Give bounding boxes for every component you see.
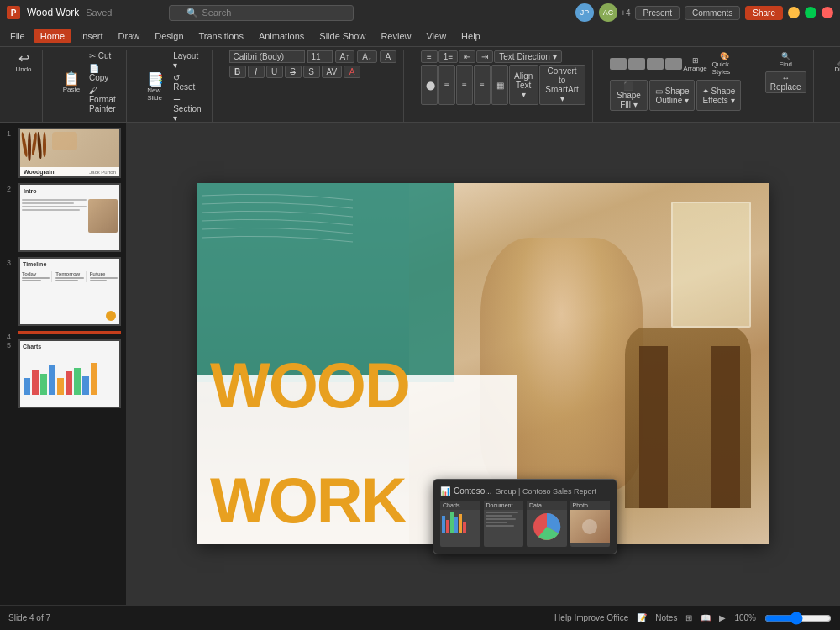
slide-title-work: WORK — [210, 472, 406, 529]
decrease-font-button[interactable]: A↓ — [357, 50, 377, 63]
menu-review[interactable]: Review — [374, 29, 417, 43]
italic-button[interactable]: I — [248, 66, 265, 78]
slide-thumb-4[interactable]: WOOD WORK — [18, 331, 121, 334]
popup-thumb-3[interactable]: Data — [527, 501, 567, 547]
menu-help[interactable]: Help — [454, 29, 487, 43]
doc-line5 — [486, 525, 515, 527]
view-normal-icon[interactable]: ⊞ — [685, 613, 692, 622]
arrange-button[interactable]: ⊞ Arrange — [684, 55, 707, 74]
find-button[interactable]: 🔍 Find — [765, 50, 806, 70]
slide-num-4: 4 — [7, 333, 11, 341]
close-button[interactable] — [822, 7, 833, 18]
dictate-button[interactable]: 🎤 Dictate — [832, 50, 840, 75]
slide-num-1: 1 — [7, 129, 11, 138]
shape-outline-button[interactable]: ▭ Shape Outline ▾ — [649, 80, 695, 111]
slide-thumb-wrapper-4: 4 WOOD WORK — [18, 331, 121, 334]
numbering-button[interactable]: 1≡ — [438, 50, 458, 63]
menu-animations[interactable]: Animations — [252, 29, 311, 43]
spacing-button[interactable]: AV — [322, 66, 343, 78]
shape-effects-button[interactable]: ✦ Shape Effects ▾ — [696, 80, 741, 111]
slide-thumb-1[interactable]: Woodgrain Jack Purton — [18, 128, 121, 178]
align-center-button[interactable]: ≡ — [438, 65, 455, 105]
taskbar-popup[interactable]: 📊 Contoso... Group | Contoso Sales Repor… — [433, 479, 617, 554]
bold-button[interactable]: B — [229, 66, 246, 78]
font-selector[interactable] — [229, 50, 305, 63]
paste-button[interactable]: 📋 Paste — [60, 71, 83, 95]
titlebar: P Wood Work Saved 🔍 Search JP AC +4 Pres… — [0, 0, 840, 25]
menu-file[interactable]: File — [3, 29, 32, 43]
zoom-slider[interactable] — [764, 612, 832, 625]
quick-styles-button[interactable]: 🎨 Quick Styles — [709, 50, 741, 77]
maximize-button[interactable] — [805, 7, 816, 18]
new-slide-button[interactable]: 📑 New Slide — [144, 71, 167, 103]
popup-thumb1-title: Charts — [440, 501, 480, 510]
menu-transitions[interactable]: Transitions — [192, 29, 250, 43]
slide-thumb-5[interactable]: Charts — [18, 339, 121, 408]
smartart-button[interactable]: Convert to SmartArt ▾ — [539, 65, 585, 105]
clipboard-group: 📋 Paste ✂ Cut 📄 Copy 🖌 Format Painter Cl… — [53, 50, 127, 134]
strikethrough-button[interactable]: S — [285, 66, 302, 78]
popup-thumb-2[interactable]: Document — [484, 501, 524, 547]
layout-button[interactable]: Layout ▾ — [170, 50, 204, 71]
notes-icon: 📝 — [637, 613, 647, 622]
dictate-icon: 🎤 — [837, 52, 840, 66]
avatar-2: AC — [599, 3, 617, 22]
popup-thumb-4[interactable]: Photo — [570, 501, 611, 547]
menu-design[interactable]: Design — [148, 29, 190, 43]
notes-label[interactable]: Notes — [655, 613, 677, 622]
minimize-button[interactable] — [788, 7, 800, 18]
justify-button[interactable]: ≡ — [474, 65, 491, 105]
find-label: Find — [779, 60, 792, 68]
reset-button[interactable]: ↺ Reset — [170, 72, 204, 92]
replace-button[interactable]: ↔ Replace — [765, 71, 806, 93]
shape-fill-button[interactable]: ⬛ Shape Fill ▾ — [610, 80, 648, 111]
popup-subtitle: Group | Contoso Sales Report — [496, 487, 596, 496]
zoom-level: 100% — [734, 613, 756, 622]
slide-num-2: 2 — [7, 185, 11, 193]
menu-slideshow[interactable]: Slide Show — [312, 29, 372, 43]
menu-home[interactable]: Home — [34, 29, 71, 43]
menu-insert[interactable]: Insert — [73, 29, 110, 43]
menu-view[interactable]: View — [419, 29, 453, 43]
quick-styles-label: Quick Styles — [712, 60, 738, 76]
slide-panel[interactable]: 1 Woodgrain Jack Purton — [0, 123, 126, 605]
section-button[interactable]: ☰ Section ▾ — [170, 94, 204, 123]
align-right-button[interactable]: ≡ — [456, 65, 473, 105]
slide-thumb-3[interactable]: Timeline Today Tomorrow — [18, 257, 121, 326]
align-left-button[interactable]: ⬤ — [421, 65, 438, 105]
increase-font-button[interactable]: A↑ — [335, 50, 355, 63]
present-button[interactable]: Present — [635, 6, 679, 20]
clear-format-button[interactable]: A — [380, 50, 396, 63]
copy-button[interactable]: 📄 Copy — [86, 63, 119, 83]
slides-buttons: 📑 New Slide Layout ▾ ↺ Reset ☰ Section ▾ — [144, 50, 204, 123]
cut-button[interactable]: ✂ Cut — [86, 50, 119, 61]
main-area: 1 Woodgrain Jack Purton — [0, 123, 840, 605]
statusbar: Slide 4 of 7 Help Improve Office 📝 Notes… — [0, 605, 840, 630]
search-placeholder: Search — [202, 8, 231, 18]
view-reading-icon[interactable]: 📖 — [701, 613, 711, 622]
thumb1-author: Jack Purton — [89, 170, 116, 175]
format-painter-button[interactable]: 🖌 Format Painter — [86, 85, 119, 114]
slide-thumb-2[interactable]: Intro — [18, 183, 121, 252]
search-box[interactable]: 🔍 Search — [169, 5, 354, 21]
bullets-button[interactable]: ≡ — [421, 50, 438, 63]
decrease-indent-button[interactable]: ⇤ — [459, 50, 475, 63]
font-size-selector[interactable] — [307, 50, 333, 63]
underline-button[interactable]: U — [266, 66, 283, 78]
popup-thumb-1[interactable]: Charts — [440, 501, 480, 547]
undo-button[interactable]: ↩ Undo — [12, 50, 35, 75]
align-text-button[interactable]: Align Text ▾ — [509, 65, 538, 105]
share-button[interactable]: Share — [745, 6, 783, 20]
title-controls: JP AC +4 Present Comments Share — [575, 3, 833, 22]
view-slideshow-icon[interactable]: ▶ — [719, 613, 726, 622]
comments-button[interactable]: Comments — [685, 6, 740, 20]
increase-indent-button[interactable]: ⇥ — [476, 50, 493, 63]
text-direction-button[interactable]: Text Direction ▾ — [494, 50, 561, 63]
menu-draw[interactable]: Draw — [112, 29, 147, 43]
menubar: File Home Insert Draw Design Transitions… — [0, 25, 840, 47]
shadow-button[interactable]: S — [303, 66, 320, 78]
font-color-button[interactable]: A — [344, 66, 360, 78]
columns-button[interactable]: ▦ — [491, 65, 508, 105]
font-group: A↑ A↓ A B I U S S AV A Font — [223, 50, 404, 134]
arrange-label: Arrange — [683, 65, 706, 72]
